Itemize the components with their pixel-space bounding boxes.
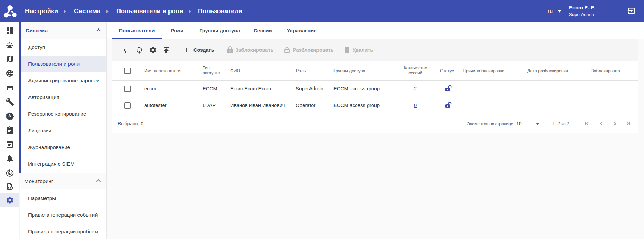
svg-text:A: A bbox=[8, 114, 11, 118]
